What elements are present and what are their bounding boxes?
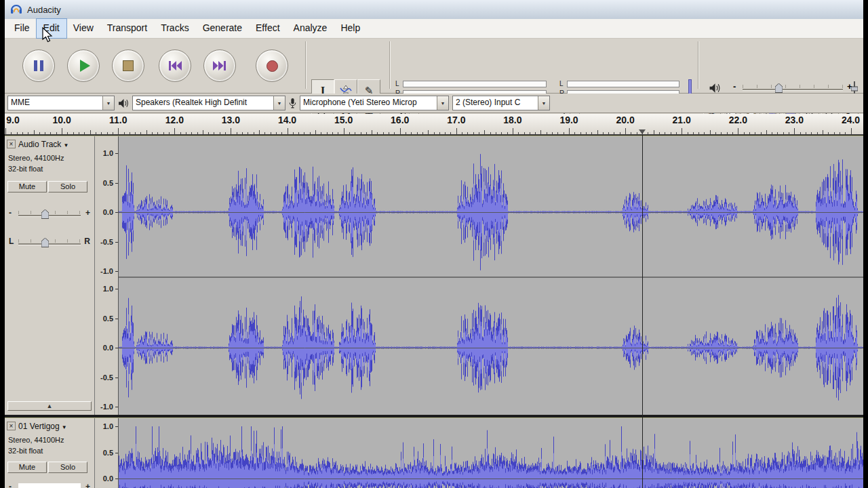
audio-host-select[interactable]: MME ▼ <box>7 96 115 110</box>
vertical-ruler-tick <box>115 289 118 289</box>
stop-button[interactable] <box>112 49 144 82</box>
input-device-select[interactable]: Microphone (Yeti Stereo Microp ▼ <box>300 96 449 110</box>
timeline-minor-tick <box>203 130 203 134</box>
track1-solo-button[interactable]: Solo <box>48 181 87 192</box>
timeline-minor-tick <box>518 132 519 134</box>
timeline-minor-tick <box>490 132 491 134</box>
timeline-minor-tick <box>169 132 170 134</box>
track1-pan-slider[interactable]: L R <box>7 235 92 250</box>
timeline-minor-tick <box>727 132 728 134</box>
track2-title-menu[interactable]: 01 Vertigog▼ <box>18 422 67 431</box>
chevron-down-icon[interactable]: ▼ <box>437 96 448 110</box>
timeline-minor-tick <box>749 132 750 134</box>
title-bar: Audacity <box>5 0 863 20</box>
timeline-minor-tick <box>191 132 192 134</box>
track-01-vertigo: × 01 Vertigog▼ Stereo, 44100Hz 32-bit fl… <box>5 418 863 488</box>
chevron-down-icon[interactable]: ▼ <box>102 96 114 110</box>
input-channels-value: 2 (Stereo) Input C <box>453 96 538 110</box>
menu-item-tracks[interactable]: Tracks <box>154 19 195 38</box>
timeline-minor-tick <box>225 132 226 134</box>
edit-cursor-line <box>642 135 643 488</box>
recording-meter-left-bar <box>567 81 679 87</box>
skip-to-start-button[interactable] <box>159 49 191 82</box>
timeline-minor-tick <box>806 132 806 134</box>
track2-gain-slider[interactable]: - + <box>7 481 92 488</box>
timeline-minor-tick <box>332 132 333 134</box>
output-device-select[interactable]: Speakers (Realtek High Definit ▼ <box>132 96 285 110</box>
gain-min-label: - <box>9 208 12 218</box>
track2-waveform-area <box>119 418 863 488</box>
track1-format-label: Stereo, 44100Hz <box>8 154 64 162</box>
play-button[interactable] <box>67 49 100 82</box>
timeline-minor-tick <box>163 132 164 134</box>
timeline-minor-tick <box>11 132 12 134</box>
timeline-minor-tick <box>834 132 835 134</box>
timeline-minor-tick <box>473 132 474 134</box>
timeline-minor-tick <box>152 132 153 134</box>
gain-min-label: - <box>9 482 12 488</box>
track2-left-channel-waveform[interactable] <box>119 420 863 488</box>
track1-collapse-button[interactable]: ▲ <box>7 401 92 411</box>
gain-max-label: + <box>85 208 90 218</box>
toolbar-separator <box>698 41 699 89</box>
skip-to-end-icon <box>212 60 227 71</box>
toolbar-separator <box>305 41 307 89</box>
menu-item-generate[interactable]: Generate <box>196 19 249 38</box>
track1-close-button[interactable]: × <box>7 140 16 148</box>
timeline-minor-tick <box>281 132 282 134</box>
track2-control-panel: × 01 Vertigog▼ Stereo, 44100Hz 32-bit fl… <box>5 418 95 488</box>
timeline-minor-tick <box>208 132 209 134</box>
menu-item-help[interactable]: Help <box>334 19 367 38</box>
output-volume-ticks <box>743 85 843 88</box>
menu-item-transport[interactable]: Transport <box>100 19 154 38</box>
track1-vertical-ruler[interactable]: 1.00.50.0-0.5-1.01.00.50.0-0.5-1.0 <box>95 136 119 415</box>
skip-to-end-button[interactable] <box>203 49 236 82</box>
timeline-tick <box>344 128 344 134</box>
timeline-minor-tick <box>766 130 767 134</box>
timeline-minor-tick <box>310 132 311 134</box>
pan-slider-thumb[interactable] <box>41 238 49 250</box>
timeline-minor-tick <box>355 132 355 134</box>
track1-gain-slider[interactable]: - + <box>7 207 92 222</box>
timeline-minor-tick <box>180 132 181 134</box>
track2-close-button[interactable]: × <box>7 422 16 430</box>
toolbar: I ✎ ↔ ✳ L R ▼ - <box>5 39 863 94</box>
output-volume-min-label: - <box>733 81 736 92</box>
track1-title-menu[interactable]: Audio Track▼ <box>18 140 68 149</box>
timeline-minor-tick <box>783 132 784 134</box>
timeline-minor-tick <box>772 132 772 134</box>
timeline-tick <box>738 128 738 134</box>
timeline-ruler[interactable]: 9.010.011.012.013.014.015.016.017.018.01… <box>5 114 863 135</box>
track2-solo-button[interactable]: Solo <box>48 462 87 473</box>
menu-item-file[interactable]: File <box>7 19 37 38</box>
track1-mute-button[interactable]: Mute <box>7 181 47 192</box>
timeline-minor-tick <box>540 130 541 134</box>
timeline-minor-tick <box>535 132 536 134</box>
timeline-minor-tick <box>124 132 125 134</box>
timeline-minor-tick <box>130 132 130 134</box>
input-channels-select[interactable]: 2 (Stereo) Input C ▼ <box>452 96 550 110</box>
chevron-down-icon[interactable]: ▼ <box>538 96 549 110</box>
track1-right-channel-waveform[interactable] <box>119 278 863 414</box>
timeline-minor-tick <box>242 132 243 134</box>
vertical-ruler-tick <box>115 378 118 378</box>
chevron-down-icon[interactable]: ▼ <box>273 96 285 110</box>
output-volume-icon <box>709 83 721 94</box>
timeline-minor-tick <box>197 132 198 134</box>
vertical-ruler-tick <box>115 479 118 479</box>
menu-item-analyze[interactable]: Analyze <box>287 19 334 38</box>
timeline-minor-tick <box>366 132 367 134</box>
record-button[interactable] <box>256 49 288 82</box>
output-volume-slider[interactable] <box>743 89 843 91</box>
menu-item-effect[interactable]: Effect <box>249 19 287 38</box>
gain-slider-thumb[interactable] <box>41 209 49 222</box>
timeline-minor-tick <box>28 132 28 134</box>
menu-item-view[interactable]: View <box>66 19 100 38</box>
track-audio-track: × Audio Track▼ Stereo, 44100Hz 32-bit fl… <box>5 136 863 415</box>
timeline-minor-tick <box>146 130 147 134</box>
timeline-minor-tick <box>637 132 637 134</box>
track2-mute-button[interactable]: Mute <box>7 462 47 473</box>
track1-left-channel-waveform[interactable] <box>119 138 863 277</box>
track2-vertical-ruler[interactable]: 1.00.50.0 <box>95 418 119 488</box>
pause-button[interactable] <box>22 49 55 82</box>
